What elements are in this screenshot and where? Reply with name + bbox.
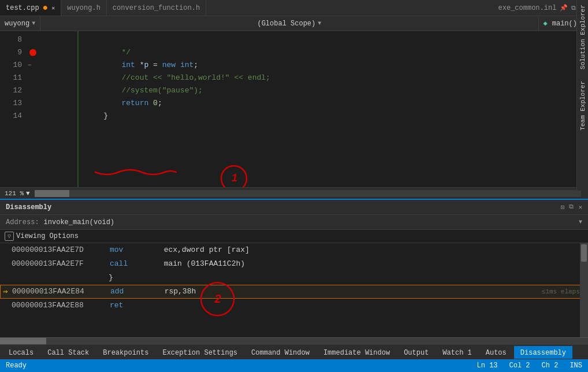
- tab-test-cpp[interactable]: test.cpp ● ✕: [0, 0, 61, 16]
- disasm-h-scrollbar[interactable]: [0, 337, 588, 344]
- viewing-options-toggle[interactable]: ▽: [5, 232, 14, 241]
- disassembly-title: Disassembly: [6, 203, 561, 211]
- pin-window-icon[interactable]: ⊡: [561, 203, 565, 211]
- scope-middle-dropdown[interactable]: (Global Scope) ▼: [40, 16, 538, 31]
- tab-close-btn[interactable]: ✕: [51, 5, 55, 12]
- disasm-mnem-current: add: [110, 285, 165, 299]
- status-ln: Ln 13: [477, 362, 498, 370]
- address-label: Address:: [6, 218, 39, 226]
- editor-with-sidebar: 8 9 10 11 12 13 14 −: [0, 31, 588, 187]
- disasm-mnem-4: ret: [110, 299, 156, 313]
- tab-label: conversion_function.h: [113, 4, 200, 12]
- h-scrollbar[interactable]: [35, 190, 581, 197]
- tab-modified-dot: ●: [43, 3, 49, 13]
- disassembly-title-bar: Disassembly ⊡ ⧉ ✕: [0, 200, 588, 215]
- line-num-10: 10: [0, 59, 22, 72]
- line-numbers: 8 9 10 11 12 13 14: [0, 31, 28, 187]
- tab-output[interactable]: Output: [397, 346, 435, 359]
- scope-left-dropdown[interactable]: wuyong ▼: [0, 16, 40, 31]
- code-line-14: [38, 110, 580, 122]
- gutter-9: [28, 46, 38, 59]
- tab-wuyong-h[interactable]: wuyong.h: [61, 0, 107, 16]
- editor-gutter: −: [28, 31, 38, 187]
- status-col: Col 2: [509, 362, 530, 370]
- address-value: invoke_main(void): [44, 218, 574, 226]
- line-num-13: 13: [0, 97, 22, 110]
- window-icon[interactable]: ⧉: [571, 5, 576, 12]
- status-ch: Ch 2: [542, 362, 559, 370]
- tab-exception-settings[interactable]: Exception Settings: [156, 346, 244, 359]
- scope-middle-arrow: ▼: [318, 20, 321, 27]
- tab-label: wuyong.h: [67, 4, 101, 12]
- disasm-addr-1: 000000013FAA2E7D: [12, 243, 110, 257]
- svg-point-0: [221, 166, 247, 187]
- right-sidebar: Solution Explorer Team Explorer: [576, 0, 588, 191]
- disasm-line-current: ⇒ 000000013FAA2E84 add rsp,38h ≤1ms elap…: [0, 285, 588, 299]
- bottom-tabs: Locals Call Stack Breakpoints Exception …: [0, 344, 588, 359]
- team-explorer-tab[interactable]: Team Explorer: [579, 81, 586, 131]
- tab-label: test.cpp: [6, 4, 39, 12]
- gutter-8: [28, 34, 38, 46]
- indent-guide: [77, 31, 79, 187]
- tab-immediate-window[interactable]: Immediate Window: [317, 346, 396, 359]
- disasm-content: 000000013FAA2E7D mov ecx,dword ptr [rax]…: [0, 243, 588, 337]
- disasm-scrollbar-thumb[interactable]: [581, 244, 587, 262]
- main-layout: test.cpp ● ✕ wuyong.h conversion_functio…: [0, 0, 588, 372]
- scope-bar: wuyong ▼ (Global Scope) ▼ ◆ main() ▼: [0, 16, 588, 31]
- h-scrollbar-thumb[interactable]: [35, 190, 69, 197]
- disasm-brace: }: [109, 271, 113, 285]
- disasm-h-scrollbar-thumb[interactable]: [0, 338, 46, 344]
- tab-disassembly[interactable]: Disassembly: [514, 346, 572, 359]
- code-content[interactable]: */ int *p = new int; //cout << "hello,wo…: [38, 31, 580, 187]
- status-right: Ln 13 Col 2 Ch 2 INS: [477, 362, 582, 370]
- status-mode: INS: [570, 362, 582, 370]
- zoom-level: 121 %: [5, 190, 24, 197]
- scope-right-icon: ◆: [544, 19, 548, 28]
- code-line-9: int *p = new int;: [38, 46, 580, 59]
- gutter-12: [28, 84, 38, 97]
- disasm-scrollbar[interactable]: [580, 243, 588, 337]
- breakpoint-9[interactable]: [29, 49, 36, 56]
- editor-area: 8 9 10 11 12 13 14 −: [0, 31, 588, 187]
- code-line-13: }: [38, 97, 580, 110]
- line-num-11: 11: [0, 72, 22, 84]
- scope-left-arrow: ▼: [32, 20, 35, 27]
- disasm-mnem-2: call: [110, 257, 164, 271]
- line-num-14: 14: [0, 110, 22, 122]
- tab-right-area: exe_common.inl 📌 ⧉ ✕: [498, 4, 588, 12]
- address-dropdown-arrow[interactable]: ▼: [579, 219, 582, 225]
- code-line-12: return 0;: [38, 84, 580, 97]
- float-icon[interactable]: ⧉: [569, 203, 574, 211]
- disasm-line-2: 000000013FAA2E7F call main (013FAA11C2h): [0, 257, 588, 271]
- disasm-addr-current: 000000013FAA2E84: [12, 285, 110, 299]
- disasm-line-4: 000000013FAA2E88 ret: [0, 299, 588, 313]
- tab-conversion-h[interactable]: conversion_function.h: [107, 0, 206, 16]
- disasm-ops-1: ecx,dword ptr [rax]: [164, 243, 588, 257]
- tab-breakpoints[interactable]: Breakpoints: [96, 346, 155, 359]
- gutter-10: −: [28, 59, 38, 72]
- gutter-13: [28, 97, 38, 110]
- scope-right-value: main(): [552, 20, 577, 28]
- tab-call-stack[interactable]: Call Stack: [41, 346, 95, 359]
- title-bar-icons: ⊡ ⧉ ✕: [561, 203, 582, 211]
- tab-watch1[interactable]: Watch 1: [436, 346, 478, 359]
- scope-left-value: wuyong: [5, 20, 29, 28]
- tab-locals[interactable]: Locals: [2, 346, 40, 359]
- disasm-mnem-1: mov: [110, 243, 164, 257]
- tab-command-window[interactable]: Command Window: [245, 346, 316, 359]
- solution-explorer-tab[interactable]: Solution Explorer: [579, 5, 586, 69]
- close-panel-icon[interactable]: ✕: [578, 203, 582, 211]
- tab-bar: test.cpp ● ✕ wuyong.h conversion_functio…: [0, 0, 588, 16]
- code-line-10: //cout << "hello,world!" << endl;: [38, 59, 580, 72]
- line-num-9: 9: [0, 46, 22, 59]
- disasm-addr-2: 000000013FAA2E7F: [12, 257, 110, 271]
- zoom-arrow[interactable]: ▼: [26, 190, 30, 197]
- disasm-ops-current: rsp,38h: [165, 285, 536, 299]
- pin-icon[interactable]: 📌: [560, 4, 568, 12]
- code-line-8: */: [38, 34, 580, 46]
- viewing-options-label: Viewing Options: [16, 232, 79, 240]
- address-bar: Address: invoke_main(void) ▼: [0, 215, 588, 230]
- collapse-icon-10[interactable]: −: [28, 62, 32, 69]
- code-line-11: //system("pause");: [38, 72, 580, 84]
- tab-autos[interactable]: Autos: [479, 346, 513, 359]
